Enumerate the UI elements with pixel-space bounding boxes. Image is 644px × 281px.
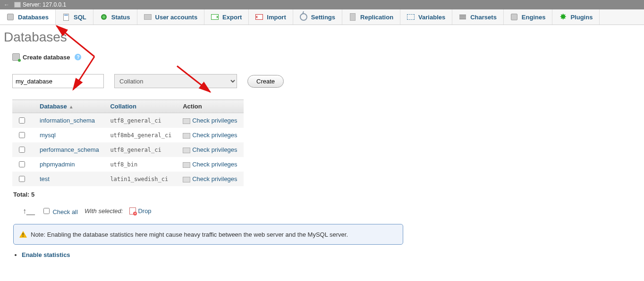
col-action: Action xyxy=(178,100,244,113)
row-collation: utf8_general_ci xyxy=(105,142,178,157)
user-icon xyxy=(144,14,152,20)
create-database-label: Create database xyxy=(23,54,70,61)
row-checkbox[interactable] xyxy=(19,147,25,153)
check-privileges-link[interactable]: Check privileges xyxy=(192,132,237,139)
database-link[interactable]: information_schema xyxy=(40,117,95,124)
status-icon xyxy=(101,14,107,20)
database-link[interactable]: phpmyadmin xyxy=(40,161,75,168)
check-all-control[interactable]: Check all xyxy=(42,207,78,215)
enable-statistics-link[interactable]: Enable statistics xyxy=(22,251,70,258)
tab-plugins[interactable]: ✸Plugins xyxy=(552,9,600,25)
page-title: Databases xyxy=(4,30,640,45)
check-all-checkbox[interactable] xyxy=(43,208,50,214)
database-link[interactable]: mysql xyxy=(40,132,56,139)
database-icon xyxy=(7,14,14,20)
row-checkbox[interactable] xyxy=(19,176,25,182)
privileges-icon xyxy=(183,177,190,182)
table-row: mysqlutf8mb4_general_ciCheck privileges xyxy=(12,128,244,142)
privileges-icon xyxy=(183,133,190,139)
tab-import[interactable]: Import xyxy=(249,9,293,25)
create-database-heading: Create database ? xyxy=(12,53,640,61)
sort-asc-icon: ▲ xyxy=(69,104,74,109)
replication-icon xyxy=(350,13,356,21)
statistics-notice: Note: Enabling the database statistics h… xyxy=(13,224,403,245)
engines-icon xyxy=(511,14,517,20)
database-link[interactable]: performance_schema xyxy=(40,146,99,153)
database-name-input[interactable] xyxy=(12,74,104,88)
drop-icon xyxy=(129,207,136,215)
tab-replication[interactable]: Replication xyxy=(342,9,400,25)
table-row: phpmyadminutf8_binCheck privileges xyxy=(12,157,244,172)
check-all-link[interactable]: Check all xyxy=(52,208,77,215)
server-label: Server: xyxy=(23,1,41,8)
privileges-icon xyxy=(183,118,190,124)
server-icon xyxy=(14,2,21,8)
back-arrow-icon[interactable]: ← xyxy=(4,1,9,8)
database-link[interactable]: test xyxy=(40,175,50,182)
notice-text: Note: Enabling the database statistics h… xyxy=(31,231,348,238)
tab-engines[interactable]: Engines xyxy=(504,9,553,25)
total-count: Total: 5 xyxy=(13,191,640,198)
up-arrow-icon: ↑__ xyxy=(23,207,35,215)
table-row: testlatin1_swedish_ciCheck privileges xyxy=(12,172,244,186)
databases-table: Database▲ Collation Action information_s… xyxy=(12,99,244,186)
with-selected-label: With selected: xyxy=(85,207,123,215)
charsets-icon xyxy=(459,15,466,19)
row-collation: utf8_bin xyxy=(105,157,178,172)
tab-user-accounts[interactable]: User accounts xyxy=(137,9,205,25)
table-row: performance_schemautf8_general_ciCheck p… xyxy=(12,142,244,157)
table-row: information_schemautf8_general_ciCheck p… xyxy=(12,113,244,128)
check-privileges-link[interactable]: Check privileges xyxy=(192,175,237,182)
tab-charsets[interactable]: Charsets xyxy=(452,9,504,25)
tab-status[interactable]: Status xyxy=(93,9,137,25)
sql-icon xyxy=(63,14,69,21)
row-collation: utf8mb4_general_ci xyxy=(105,128,178,142)
warning-icon xyxy=(19,227,27,238)
tab-variables[interactable]: Variables xyxy=(400,9,452,25)
help-icon[interactable]: ? xyxy=(75,54,81,60)
check-privileges-link[interactable]: Check privileges xyxy=(192,146,237,153)
row-collation: latin1_swedish_ci xyxy=(105,172,178,186)
create-button[interactable]: Create xyxy=(247,75,284,88)
plugins-icon: ✸ xyxy=(560,14,566,20)
check-privileges-link[interactable]: Check privileges xyxy=(192,117,237,124)
privileges-icon xyxy=(183,162,190,168)
row-checkbox[interactable] xyxy=(19,161,25,167)
top-tabs: Databases SQL Status User accounts Expor… xyxy=(0,9,644,25)
tab-sql[interactable]: SQL xyxy=(56,9,93,25)
tab-settings[interactable]: Settings xyxy=(293,9,342,25)
import-icon xyxy=(255,14,263,20)
drop-action[interactable]: Drop xyxy=(129,207,151,215)
row-checkbox[interactable] xyxy=(19,117,25,124)
tab-databases[interactable]: Databases xyxy=(0,9,56,25)
server-breadcrumb: ← Server: 127.0.0.1 xyxy=(0,0,644,9)
tab-export[interactable]: Export xyxy=(204,9,249,25)
row-checkbox[interactable] xyxy=(19,132,25,138)
create-database-form: Collation Create xyxy=(12,74,640,88)
row-collation: utf8_general_ci xyxy=(105,113,178,128)
settings-icon xyxy=(300,13,307,21)
check-all-row: ↑__ Check all With selected: Drop xyxy=(23,207,640,215)
col-collation[interactable]: Collation xyxy=(105,100,178,113)
new-database-icon xyxy=(12,53,20,61)
export-icon xyxy=(211,14,219,20)
collation-select[interactable]: Collation xyxy=(114,74,237,88)
col-database[interactable]: Database▲ xyxy=(35,100,105,113)
variables-icon xyxy=(407,14,415,20)
privileges-icon xyxy=(183,148,190,153)
server-host: 127.0.0.1 xyxy=(42,1,66,8)
check-privileges-link[interactable]: Check privileges xyxy=(192,161,237,168)
